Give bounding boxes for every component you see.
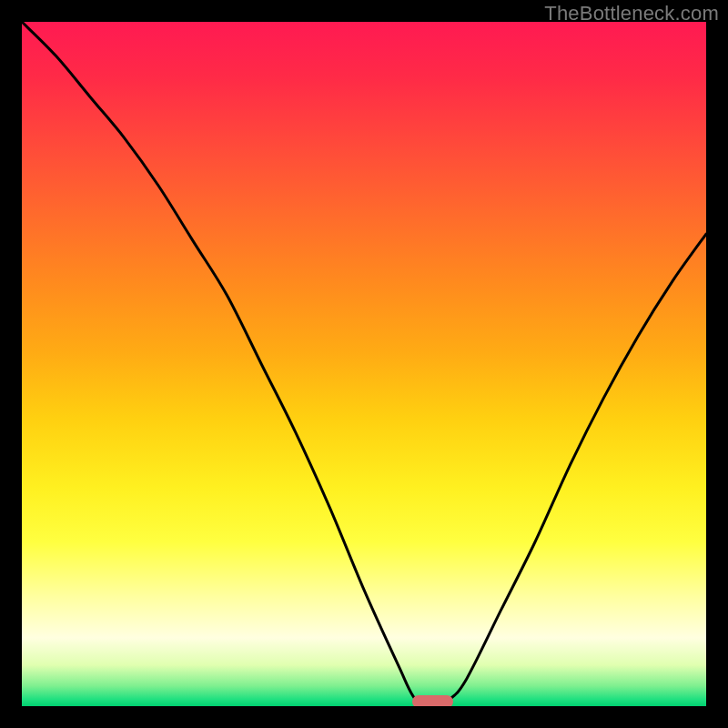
chart-frame: TheBottleneck.com [0,0,728,728]
curve-svg [22,22,706,706]
plot-area [22,22,706,706]
bottleneck-curve [22,22,706,706]
optimal-range-marker [412,695,453,706]
